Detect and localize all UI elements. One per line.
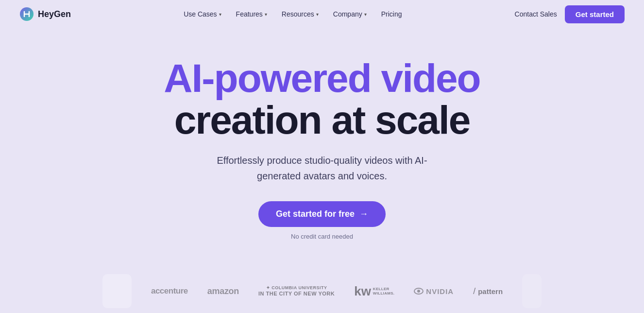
chevron-down-icon: ▾ [219,12,221,17]
heygen-logo-icon [19,7,34,21]
svg-point-2 [417,290,420,293]
logo-keller-williams: kw KELLER WILLIAMS. [354,285,394,297]
nav-pricing[interactable]: Pricing [375,6,408,22]
hero-cta-label: Get started for free [276,209,355,219]
nav-company[interactable]: Company ▾ [327,6,373,22]
hero-title: AI-powered video creation at scale [164,57,480,153]
contact-sales-link[interactable]: Contact Sales [515,10,557,18]
hero-title-line1: AI-powered video [164,57,480,99]
logo-card-placeholder-left [102,274,132,308]
arrow-icon: → [359,209,368,219]
nav-menu: Use Cases ▾ Features ▾ Resources ▾ Compa… [178,6,407,22]
brand-name: HeyGen [38,9,71,19]
chevron-down-icon: ▾ [316,12,319,17]
logo-link[interactable]: HeyGen [19,7,71,21]
logo-accenture: accenture [151,286,188,296]
get-started-button[interactable]: Get started [565,5,625,23]
logo-columbia: ✦ COLUMBIA UNIVERSITY IN THE CITY OF NEW… [258,286,335,296]
nav-actions: Contact Sales Get started [515,5,625,23]
hero-cta-button[interactable]: Get started for free → [258,201,386,227]
logo-card-placeholder-right [522,274,542,308]
no-credit-text: No credit card needed [291,233,353,240]
nvidia-eye-icon [414,288,424,295]
chevron-down-icon: ▾ [364,12,367,17]
hero-section: AI-powered video creation at scale Effor… [0,28,644,260]
hero-title-line2: creation at scale [164,99,480,141]
logo-pattern: / pattern [473,286,503,296]
nav-resources[interactable]: Resources ▾ [276,6,324,22]
social-proof-logos: accenture amazon ✦ COLUMBIA UNIVERSITY I… [0,264,644,313]
logo-nvidia: NVIDIA [414,287,454,296]
logo-amazon: amazon [207,286,239,296]
nav-features[interactable]: Features ▾ [230,6,273,22]
hero-subtitle: Effortlessly produce studio-quality vide… [205,153,439,184]
chevron-down-icon: ▾ [265,12,267,17]
navbar: HeyGen Use Cases ▾ Features ▾ Resources … [0,0,644,28]
nav-use-cases[interactable]: Use Cases ▾ [178,6,227,22]
